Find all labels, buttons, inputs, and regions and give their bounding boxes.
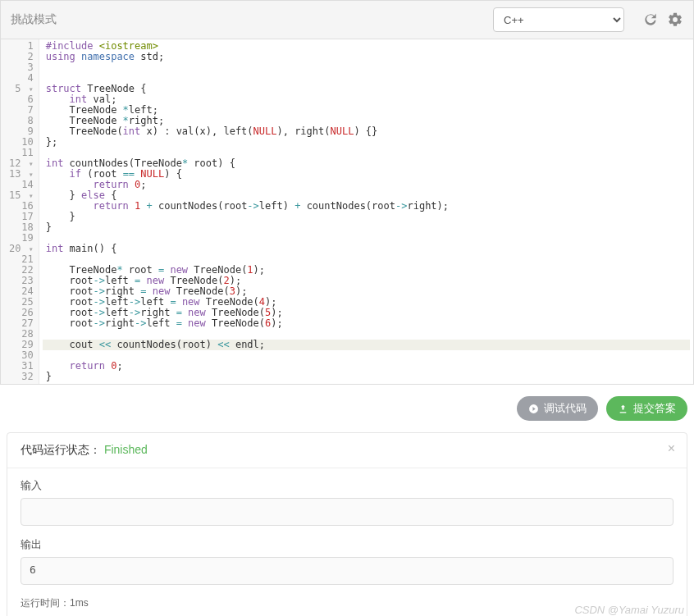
code-line[interactable]: return 0;	[43, 180, 690, 190]
close-icon[interactable]: ×	[668, 441, 675, 456]
upload-icon	[618, 404, 628, 414]
refresh-icon[interactable]	[642, 11, 659, 28]
input-box[interactable]	[21, 498, 673, 526]
output-label: 输出	[21, 537, 673, 552]
status-value: Finished	[104, 443, 148, 456]
code-line[interactable]: int main() {	[43, 244, 690, 254]
code-line[interactable]: TreeNode(int x) : val(x), left(NULL), ri…	[43, 126, 690, 137]
code-line[interactable]	[43, 350, 690, 361]
result-header: 代码运行状态： Finished	[7, 433, 687, 468]
code-line[interactable]: struct TreeNode {	[43, 84, 690, 94]
code-editor[interactable]: 12345 ▾6789101112 ▾13 ▾1415 ▾1617181920 …	[0, 39, 694, 385]
line-number: 32	[1, 372, 39, 382]
submit-label: 提交答案	[633, 401, 676, 416]
code-line[interactable]: using namespace std;	[43, 52, 690, 62]
code-line[interactable]	[43, 233, 690, 244]
code-line[interactable]: }	[43, 222, 690, 233]
code-line[interactable]: return 0;	[43, 361, 690, 372]
input-label: 输入	[21, 478, 673, 493]
code-line[interactable]: root->right->left = new TreeNode(6);	[43, 318, 690, 329]
code-line[interactable]: }	[43, 372, 690, 382]
play-circle-icon	[528, 404, 539, 414]
code-line[interactable]: }	[43, 212, 690, 222]
gear-icon[interactable]	[667, 11, 683, 28]
code-area[interactable]: #include <iostream>using namespace std;s…	[39, 39, 693, 384]
action-row: 调试代码 提交答案	[0, 385, 694, 432]
submit-button[interactable]: 提交答案	[606, 396, 687, 421]
code-line[interactable]: return 1 + countNodes(root->left) + coun…	[43, 201, 690, 212]
language-select[interactable]: C++	[493, 7, 624, 32]
mode-title: 挑战模式	[11, 12, 493, 27]
debug-button[interactable]: 调试代码	[517, 396, 598, 421]
code-line[interactable]: cout << countNodes(root) << endl;	[43, 340, 690, 350]
watermark: CSDN @Yamai Yuzuru	[574, 604, 684, 616]
code-line[interactable]: };	[43, 137, 690, 148]
status-label: 代码运行状态：	[21, 443, 101, 456]
debug-label: 调试代码	[544, 401, 587, 416]
line-gutter: 12345 ▾6789101112 ▾13 ▾1415 ▾1617181920 …	[1, 39, 39, 384]
editor-toolbar: 挑战模式 C++	[0, 0, 694, 39]
output-box: 6	[21, 557, 673, 585]
code-line[interactable]	[43, 62, 690, 73]
result-panel: × 代码运行状态： Finished 输入 输出 6 运行时间：1ms	[7, 432, 687, 616]
